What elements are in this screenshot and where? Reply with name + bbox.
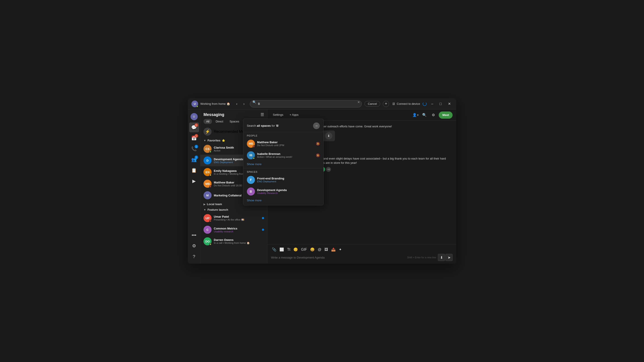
format-button[interactable]: Tt [286,247,291,253]
close-button[interactable]: ✕ [446,101,452,107]
add-button[interactable]: + [383,101,389,107]
umar-name: Umar Patel [214,215,260,218]
sidebar-item-calendar[interactable]: 📅 1 [189,133,199,143]
sidebar-item-help[interactable]: ? [189,252,199,261]
umar-unread-dot [262,217,264,219]
filter-tab-direct[interactable]: Direct [213,119,226,124]
search-clear-icon[interactable]: ✕ [357,100,360,104]
screenshare-button[interactable]: 📤 [330,247,336,253]
header-icons: 👤+ 🔍 ⚙ Meet [412,111,452,119]
download-button-1[interactable]: ⬇ [325,132,332,139]
dropdown-divider-2 [243,168,323,168]
maximize-button[interactable]: □ [438,101,444,107]
space-2-name: Development Agenda [257,188,320,192]
add-member-icon-btn[interactable]: 👤+ [412,111,419,119]
people-section-title: People [243,133,323,138]
send-button[interactable]: ➤ [446,254,452,261]
sidebar-item-people[interactable]: 👥 1 [189,155,199,164]
favorites-label: Favorites [208,139,220,142]
search-space-1[interactable]: F Front-end Branding ENG Deployment [243,174,323,186]
filter-tab-spaces[interactable]: Spaces [227,119,242,124]
attach-button[interactable]: 📎 [271,247,277,253]
calendar-badge: 1 [194,134,198,138]
seen-more: +2 [326,167,331,172]
settings-icon-btn[interactable]: ⚙ [430,111,437,119]
help-icon: ? [193,254,195,259]
search-go-button[interactable]: → [313,122,320,129]
gif-button[interactable]: GIF [300,247,308,253]
search-person-2[interactable]: IB Isabelle Brennan Active • What an ama… [243,149,323,161]
search-dropdown-panel: Search all spaces for 'B' → People MB Ma… [243,119,324,205]
dev-agenda-avatar: D [204,156,212,164]
sidebar-item-messaging[interactable]: 💬 5 [189,122,199,132]
space-1-avatar: F [247,176,255,184]
search-all-row: Search all spaces for 'B' → [243,121,323,131]
search-person-1[interactable]: MB Matthew Baker Do Not Disturb until 2P… [243,138,323,149]
input-hint: Shift + Enter for a new line [407,256,436,259]
spaces-section-title: Spaces [243,169,323,174]
darren-name: Darren Owens [214,238,264,242]
search-space-2[interactable]: B Development Agenda Usability Research [243,186,323,197]
feature-launch-collapse-icon: ▼ [204,208,206,211]
filter-tab-all[interactable]: All [204,119,212,124]
forward-button[interactable]: › [241,101,247,107]
messaging-menu-button[interactable]: ☰ [260,112,264,117]
umar-status: Presenting • At the office 🍱 [214,218,260,221]
ai-button[interactable]: ✦ [338,247,342,253]
message-input[interactable] [271,256,406,259]
message-input-area: 📎 ⬜ Tt 😊 GIF 😄 @ 🖼 📤 ✦ Shift + Enter for… [268,245,456,264]
sidebar-item-apps[interactable]: ▶ [189,176,199,186]
tab-apps[interactable]: + Apps [288,112,300,118]
space-1-info: Front-end Branding ENG Deployment [257,177,320,183]
sticker-button[interactable]: 😄 [309,247,316,253]
emily-avatar: EN [204,168,212,176]
people-show-more[interactable]: Show more [243,161,323,167]
chat-item-umar[interactable]: UP Umar Patel Presenting • At the office… [200,212,267,224]
local-team-label: Local team [207,202,222,206]
tab-settings[interactable]: Settings [271,112,285,118]
back-button[interactable]: ‹ [234,101,240,107]
sidebar-item-settings[interactable]: ⚙ [189,241,199,251]
chat-item-darren[interactable]: DO Darren Owens In a call • Working from… [200,236,267,247]
dropdown-divider-1 [243,132,323,132]
search-icon-btn[interactable]: 🔍 [421,111,428,119]
person-1-mute-icon: 🔕 [316,142,320,145]
icon-sidebar: U 💬 5 📅 1 📞 1 👥 1 📋 ▶ [188,109,200,264]
search-input[interactable] [250,100,362,107]
person-1-info: Matthew Baker Do Not Disturb until 2PM [257,141,314,147]
window-controls: – □ ✕ [429,101,452,107]
emoji-button[interactable]: 😊 [292,247,299,253]
scroll-down-button[interactable]: ⬇ [438,254,445,261]
sidebar-item-more[interactable]: ••• [189,230,199,240]
person-2-info: Isabelle Brennan Active • What an amazin… [257,152,314,158]
person-2-avatar: IB [247,151,255,159]
whiteboard-button[interactable]: ⬜ [278,247,285,253]
search-all-label: Search all spaces for 'B' [247,124,279,127]
connect-device-button[interactable]: 🖥 Connect to device [392,102,420,106]
apps-icon: ▶ [192,178,196,184]
favorites-star-icon: ⭐ [222,139,225,142]
umar-info: Umar Patel Presenting • At the office 🍱 [214,215,260,221]
feature-launch-section-header[interactable]: ▼ Feature launch [200,207,267,212]
sidebar-item-notes[interactable]: 📋 [189,165,199,175]
darren-status: In a call • Working from home 🏠 [214,242,264,245]
chat-item-common-metrics[interactable]: C Common Metrics Usability research [200,224,267,236]
image-button[interactable]: 🖼 [324,247,329,253]
person-2-mute-icon: 🔕 [316,153,320,157]
user-avatar[interactable]: U [192,100,198,107]
search-bar-wrapper: 🔍 ✕ Search all spaces for 'B' → People M… [250,100,362,107]
loading-indicator [422,102,427,106]
cancel-button[interactable]: Cancel [364,101,380,107]
meet-button[interactable]: Meet [439,111,452,119]
minimize-button[interactable]: – [429,101,435,107]
spaces-show-more[interactable]: Show more [243,197,323,203]
person-2-status [253,157,255,159]
person-1-avatar: MB [247,140,255,148]
feature-launch-label: Feature launch [208,208,228,211]
sidebar-item-avatar[interactable]: U [189,112,199,122]
mention-button[interactable]: @ [317,247,322,253]
clarissa-status-dot [209,151,212,153]
people-badge: 1 [194,156,198,159]
notes-icon: 📋 [191,168,197,173]
sidebar-item-calls[interactable]: 📞 1 [189,144,199,154]
